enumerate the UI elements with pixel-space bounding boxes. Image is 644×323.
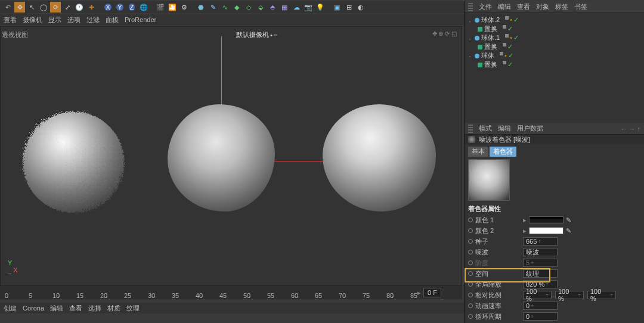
space-dropdown[interactable]: 纹理 <box>523 269 558 278</box>
loop-field[interactable]: 0 <box>523 312 558 321</box>
extra3-icon[interactable]: ◐ <box>355 2 366 13</box>
world-icon[interactable]: 🌐 <box>138 2 149 13</box>
relz-field[interactable]: 100 % <box>587 291 616 299</box>
livesel-icon[interactable]: ◯ <box>38 2 49 13</box>
render-settings-icon[interactable]: ⚙ <box>179 2 190 13</box>
tab-basic[interactable]: 基本 <box>468 147 488 157</box>
bot-texture[interactable]: 纹理 <box>126 304 140 313</box>
expand-icon[interactable]: - <box>467 35 473 42</box>
anim-dot-icon[interactable] <box>468 293 473 297</box>
sphere-high-noise <box>21 110 123 212</box>
timeline[interactable]: 0 5 10 15 20 25 30 35 40 45 50 55 60 65 … <box>0 286 462 299</box>
tree-item-sphere[interactable]: - 球体 •✓ <box>467 51 642 60</box>
eyedropper-icon[interactable]: ✎ <box>566 227 573 234</box>
nurbs-icon[interactable]: ∿ <box>219 2 230 13</box>
om-file[interactable]: 文件 <box>479 2 492 11</box>
anim-dot-icon[interactable] <box>468 271 473 276</box>
axis-z-icon[interactable]: Z <box>126 2 137 13</box>
om-edit[interactable]: 编辑 <box>498 2 511 11</box>
anim-dot-icon[interactable] <box>468 239 473 244</box>
menu-options[interactable]: 选项 <box>67 15 80 24</box>
sphere-icon <box>475 18 479 23</box>
bot-material[interactable]: 材质 <box>107 304 120 313</box>
rely-field[interactable]: 100 % <box>555 291 584 299</box>
anim-dot-icon[interactable] <box>468 260 473 265</box>
light-icon[interactable]: 💡 <box>315 2 326 13</box>
anim-dot-icon[interactable] <box>468 314 473 319</box>
bot-view[interactable]: 查看 <box>69 304 82 313</box>
move-icon[interactable]: ✥ <box>14 2 25 13</box>
generator2-icon[interactable]: ◇ <box>243 2 254 13</box>
extra2-icon[interactable]: ⊞ <box>343 2 354 13</box>
am-userdata[interactable]: 用户数据 <box>517 124 543 133</box>
anim-dot-icon[interactable] <box>468 282 473 287</box>
om-tags[interactable]: 标签 <box>555 2 568 11</box>
tree-item-sphere1[interactable]: - 球体.1 •✓ <box>467 33 642 42</box>
tree-item-displace[interactable]: 置换 ✓ <box>467 60 642 69</box>
env-icon[interactable]: ☁ <box>291 2 302 13</box>
extra1-icon[interactable]: ▣ <box>332 2 342 13</box>
color-swatch-white[interactable] <box>529 227 564 234</box>
eyedropper-icon[interactable]: ✎ <box>566 216 573 223</box>
anim-speed-field[interactable]: 0 <box>523 302 558 310</box>
expand-icon[interactable]: - <box>467 17 473 24</box>
anim-dot-icon[interactable] <box>468 228 473 233</box>
bot-select[interactable]: 选择 <box>88 304 101 313</box>
color-swatch-black[interactable] <box>529 216 564 223</box>
render-region-icon[interactable]: 🎦 <box>167 2 178 13</box>
menu-view[interactable]: 查看 <box>4 15 17 24</box>
deformer2-icon[interactable]: ⬘ <box>267 2 278 13</box>
render-icon[interactable]: 🎬 <box>155 2 166 13</box>
tree-item-sphere2[interactable]: - 球体.2 •✓ <box>467 15 642 24</box>
noise-dropdown[interactable]: 噪波 <box>523 248 558 256</box>
cube-icon[interactable]: ⬣ <box>196 2 206 13</box>
axis-x-icon[interactable]: X <box>103 2 113 13</box>
om-object[interactable]: 对象 <box>536 2 549 11</box>
panel-grip-icon[interactable] <box>468 3 473 11</box>
viewport-nav-icons[interactable]: ✥ ⊕ ⟳ ◱ <box>432 30 457 37</box>
object-tree[interactable]: - 球体.2 •✓ 置换 ✓ - 球体.1 •✓ 置换 ✓ - 球体 •✓ <box>465 13 644 123</box>
rotate-icon[interactable]: ⟳ <box>50 2 61 13</box>
octaves-field[interactable]: 5 <box>523 259 558 267</box>
panel-grip-icon[interactable] <box>468 125 473 133</box>
tree-item-displace[interactable]: 置换 ✓ <box>467 24 642 33</box>
om-view[interactable]: 查看 <box>517 2 530 11</box>
anim-dot-icon[interactable] <box>468 218 473 222</box>
pen-icon[interactable]: ✎ <box>208 2 218 13</box>
undo-icon[interactable]: ↶ <box>2 2 13 13</box>
menu-display[interactable]: 显示 <box>48 15 61 24</box>
bot-create[interactable]: 创建 <box>4 304 17 313</box>
menu-camera[interactable]: 摄像机 <box>23 15 42 24</box>
menu-filter[interactable]: 过滤 <box>86 15 100 24</box>
seed-field[interactable]: 665 <box>523 237 558 246</box>
shader-preview[interactable] <box>468 159 510 201</box>
tree-item-displace[interactable]: 置换 ✓ <box>467 42 642 51</box>
bot-corona[interactable]: Corona <box>23 305 44 312</box>
am-edit[interactable]: 编辑 <box>498 124 511 133</box>
tab-shader[interactable]: 着色器 <box>490 147 516 157</box>
relx-field[interactable]: 100 % <box>523 291 552 299</box>
bot-edit[interactable]: 编辑 <box>50 304 63 313</box>
menu-prorender[interactable]: ProRender <box>125 16 156 23</box>
attr-nav-icons[interactable]: ← → ↑ <box>620 125 640 132</box>
field-icon[interactable]: ▦ <box>279 2 290 13</box>
history-icon[interactable]: 🕐 <box>74 2 85 13</box>
attr-tabs: 基本 着色器 <box>465 144 644 157</box>
cursor-icon[interactable]: ↖ <box>26 2 37 13</box>
global-scale-field[interactable]: 820 % <box>523 280 558 288</box>
expand-icon[interactable]: - <box>467 52 473 60</box>
viewport[interactable]: 透视视图 默认摄像机•▫▫ ✥ ⊕ ⟳ ◱ Y X <box>0 26 462 286</box>
noise-shader-icon <box>468 136 475 143</box>
generator-icon[interactable]: ◆ <box>231 2 242 13</box>
frame-field[interactable]: 0 F <box>423 288 441 297</box>
camera-icon[interactable]: 📷 <box>303 2 314 13</box>
om-bookmarks[interactable]: 书签 <box>574 2 587 11</box>
scale-icon[interactable]: ⤢ <box>62 2 73 13</box>
axis-y-icon[interactable]: Y <box>114 2 125 13</box>
menu-panel[interactable]: 面板 <box>106 15 119 24</box>
deformer-icon[interactable]: ⬙ <box>255 2 266 13</box>
am-mode[interactable]: 模式 <box>479 124 492 133</box>
add-icon[interactable]: ✚ <box>86 2 97 13</box>
anim-dot-icon[interactable] <box>468 303 473 308</box>
anim-dot-icon[interactable] <box>468 250 473 254</box>
